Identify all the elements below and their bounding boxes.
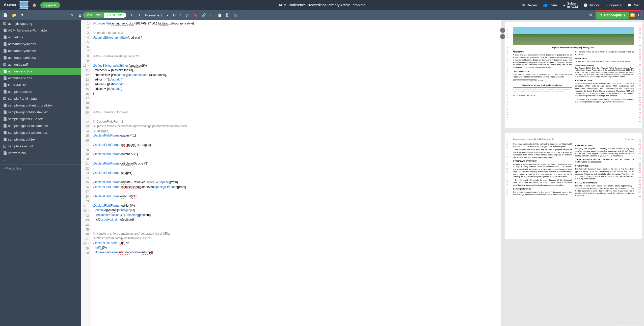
footnote: *Both authors contributed equally to thi… bbox=[513, 80, 572, 82]
file-item[interactable]: 📄sample-sigconf.tex bbox=[0, 136, 81, 143]
file-icon: 📄 bbox=[3, 117, 7, 121]
file-item[interactable]: 📄acmauthoryear.bbx bbox=[0, 41, 81, 47]
file-icon: 📄 bbox=[3, 49, 7, 53]
pane-divider[interactable]: → ← bbox=[501, 20, 503, 326]
line-numbers-left: 2526272829 30313233343536 373839404142 4… bbox=[506, 27, 508, 121]
warnings-badge[interactable]: 23 bbox=[630, 13, 635, 17]
draft-watermark: Unpublished working draft. Not for distr… bbox=[513, 84, 572, 86]
file-item[interactable]: 📄ACM-Reference-Format.bst bbox=[0, 27, 81, 34]
file-outline-toggle[interactable]: › File outline bbox=[0, 164, 81, 172]
file-icon: 📄 bbox=[3, 151, 7, 155]
figure-icon[interactable]: 🖼 bbox=[224, 12, 231, 18]
new-file-icon[interactable]: 📄 bbox=[2, 12, 8, 18]
page-footer: 2024-05-28 02:29. Page 1 of 1–6. bbox=[513, 94, 572, 96]
pdf-preview[interactable]: 2526272829 30313233343536 373839404142 4… bbox=[503, 20, 644, 326]
visual-editor-tab[interactable]: Visual Editor bbox=[104, 13, 126, 18]
file-item[interactable]: 📄README.txt bbox=[0, 82, 81, 88]
file-item[interactable]: 🖼sampleteaser.pdf bbox=[0, 143, 81, 150]
editor-mode-toggle[interactable]: Code Editor Visual Editor bbox=[83, 12, 126, 18]
file-name: ACM-Reference-Format.bst bbox=[8, 29, 48, 32]
undo-icon[interactable]: ↶ bbox=[129, 12, 135, 18]
template-heading: 2 TEMPLATE OVERVIEW bbox=[513, 160, 572, 162]
file-icon: 📄 bbox=[3, 35, 7, 39]
cross-ref-icon[interactable]: 📋 bbox=[216, 12, 223, 18]
submit-icon: ☁ bbox=[562, 3, 566, 7]
code-content[interactable]: \ProvidesFile{acmnumeric.bbx}[2017-09-27… bbox=[91, 20, 501, 326]
file-item[interactable]: 🖼acm-jdslogo.png bbox=[0, 20, 81, 27]
collapse-right-icon[interactable]: → bbox=[500, 28, 505, 33]
collapse-left-icon[interactable]: ← bbox=[500, 34, 505, 39]
cite-icon[interactable]: 🏷 bbox=[208, 12, 215, 18]
file-item[interactable]: 📄acmdatamodel.dbx bbox=[0, 54, 81, 61]
file-icon: 📄 bbox=[3, 131, 7, 134]
file-item[interactable]: 📄acmnumeric.bbx⋮ bbox=[0, 68, 81, 75]
chat-icon: 💬 bbox=[627, 3, 631, 7]
file-icon: 🖼 bbox=[3, 22, 7, 25]
file-item[interactable]: 📄acmnumeric.cbx bbox=[0, 75, 81, 82]
file-item[interactable]: 🖼sample-franklin.png bbox=[0, 95, 81, 102]
submit-button[interactable]: ☁Submitto ACM bbox=[560, 1, 580, 9]
file-item[interactable]: 📄acmauthoryear.cbx bbox=[0, 47, 81, 54]
editor-toolbar: Code Editor Visual Editor ↶ ↷ Normal tex… bbox=[83, 12, 595, 18]
file-item[interactable]: 📄sample-sigconf-authordraft.tex bbox=[0, 102, 81, 109]
file-icon: 📄 bbox=[3, 83, 7, 87]
new-folder-icon[interactable]: 📁 bbox=[11, 12, 17, 18]
ccs-heading: CCS CONCEPTS bbox=[513, 70, 572, 73]
layout-button[interactable]: ▭Layout▾ bbox=[602, 2, 624, 8]
topbar-left: б Menu Association for Computing Machine… bbox=[2, 1, 279, 9]
file-more-icon[interactable]: ⋮ bbox=[74, 69, 78, 73]
rename-icon[interactable]: ✎ bbox=[70, 12, 75, 18]
bold-icon[interactable]: B bbox=[172, 12, 177, 18]
math-icon[interactable]: [∑] bbox=[183, 12, 191, 18]
history-icon: 🕐 bbox=[583, 3, 587, 7]
search-icon[interactable]: 🔍 bbox=[587, 12, 595, 18]
file-name: sample-sigconf.tex bbox=[8, 138, 35, 141]
file-icon: 📄 bbox=[3, 138, 7, 141]
reference-icon[interactable]: 🔖 bbox=[192, 12, 199, 18]
file-item[interactable]: 📄sample-sigconf-i13n.tex bbox=[0, 116, 81, 122]
file-toolbar: 📄 📁 ⬆ ✎ 🗑 bbox=[2, 12, 83, 18]
file-icon: 📄 bbox=[3, 56, 7, 60]
review-button[interactable]: 👁Review bbox=[520, 2, 540, 8]
code-editor-tab[interactable]: Code Editor bbox=[83, 13, 104, 18]
typefaces-heading: 4 TYPEFACES bbox=[575, 165, 634, 167]
chevron-down-icon: ▾ bbox=[167, 13, 169, 17]
acm-logo[interactable]: Association for Computing Machinery bbox=[20, 1, 28, 9]
file-name: acmauthoryear.cbx bbox=[8, 49, 36, 53]
file-item[interactable]: 📄sample-base.bib bbox=[0, 88, 81, 95]
file-item[interactable]: 📄software.bib bbox=[0, 150, 81, 156]
file-item[interactable]: 📄sample-sigconf-biblatex.tex bbox=[0, 109, 81, 116]
file-item[interactable]: 🖼acmguide.pdf bbox=[0, 61, 81, 68]
home-icon[interactable]: 🏠 bbox=[30, 2, 38, 8]
chat-button[interactable]: 💬Chat bbox=[625, 2, 642, 8]
overleaf-icon: б bbox=[4, 3, 6, 7]
download-pdf-icon[interactable]: ⬇ bbox=[636, 12, 641, 18]
recompile-button[interactable]: ⟳ Recompile ▾ bbox=[596, 12, 629, 19]
file-item[interactable]: 📄sample-sigconf-lualatex.tex bbox=[0, 122, 81, 129]
file-name: sample-sigconf-biblatex.tex bbox=[8, 110, 48, 114]
redo-icon[interactable]: ↷ bbox=[136, 12, 142, 18]
file-item[interactable]: 📄sample-sigconf-xelatex.tex bbox=[0, 129, 81, 136]
file-name: acmauthoryear.bbx bbox=[8, 42, 36, 46]
menu-button[interactable]: б Menu bbox=[2, 2, 18, 8]
file-icon: 📄 bbox=[3, 90, 7, 94]
upgrade-button[interactable]: Upgrade bbox=[40, 2, 60, 8]
table-icon[interactable]: ▦ bbox=[232, 12, 238, 18]
recompile-highlight: ⟳ Recompile ▾ 23 ⬇ bbox=[595, 10, 642, 20]
share-button[interactable]: 👥Share bbox=[541, 2, 560, 8]
figure-image bbox=[513, 27, 634, 45]
file-icon: 📄 bbox=[3, 76, 7, 80]
format-select[interactable]: Normal text▾ bbox=[143, 12, 171, 18]
upload-icon[interactable]: ⬆ bbox=[20, 12, 25, 18]
history-button[interactable]: 🕐History bbox=[581, 2, 601, 8]
code-editor[interactable]: 12345678910 ▾111213141516171819202122232… bbox=[81, 20, 501, 326]
delete-icon[interactable]: 🗑 bbox=[77, 12, 83, 18]
file-name: acmnumeric.bbx bbox=[8, 69, 32, 73]
more-icon[interactable]: ⋯ bbox=[239, 12, 246, 18]
link-icon[interactable]: 🔗 bbox=[200, 12, 207, 18]
file-item[interactable]: 📄acmart.cls bbox=[0, 34, 81, 41]
file-name: software.bib bbox=[8, 151, 26, 155]
line-numbers-right: 175176177178179180181 182 18318418518618… bbox=[637, 138, 641, 198]
italic-icon[interactable]: I bbox=[178, 12, 182, 18]
project-title: ACM Conference Proceedings Primary Artic… bbox=[279, 3, 365, 7]
